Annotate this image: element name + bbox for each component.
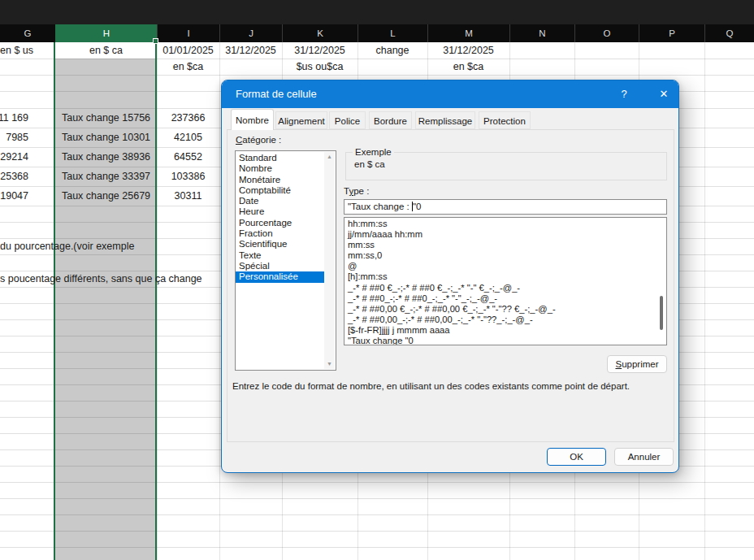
column-header-h-selected[interactable]: H <box>55 24 157 42</box>
cell-l1[interactable]: change <box>358 42 427 59</box>
cell-g-row5[interactable]: 19047 <box>0 186 28 206</box>
tab-nombre[interactable]: Nombre <box>231 109 274 130</box>
help-icon[interactable]: ? <box>613 80 635 108</box>
cell-h-row1[interactable]: Taux change 15756 <box>57 108 155 128</box>
cell-i1[interactable]: 01/01/2025 <box>157 42 219 59</box>
category-item[interactable]: Heure <box>236 206 325 217</box>
spill-text-1: du pourcentage.(voir exemple <box>0 238 134 254</box>
tab-bordure[interactable]: Bordure <box>369 111 412 129</box>
cell-i-row2[interactable]: 42105 <box>157 128 219 147</box>
close-icon[interactable]: ✕ <box>650 80 678 108</box>
cell-g-row4[interactable]: 25368 <box>0 167 28 186</box>
column-header-n[interactable]: N <box>509 24 574 42</box>
ok-button[interactable]: OK <box>547 448 606 466</box>
column-header-l[interactable]: L <box>358 24 427 42</box>
category-list-scrollbar[interactable]: ▲ ▼ <box>324 152 335 369</box>
column-header-g[interactable]: G <box>0 24 55 42</box>
type-input[interactable]: "Taux change : "0 <box>344 199 667 215</box>
fill-handle[interactable] <box>153 38 158 44</box>
cell-m2[interactable]: en $ca <box>427 59 509 75</box>
format-code-list[interactable]: hh:mm:ss jj/mm/aaaa hh:mm mm:ss mm:ss,0 … <box>344 217 667 345</box>
format-code-item[interactable]: @ <box>344 261 666 271</box>
format-code-item[interactable]: mm:ss,0 <box>344 250 666 261</box>
example-value: en $ ca <box>354 159 385 169</box>
cell-g-row3[interactable]: 29214 <box>0 147 28 167</box>
column-header-m[interactable]: M <box>427 24 509 42</box>
excel-window: G H I J K L M N O P Q en $ us en $ ca 01… <box>0 0 754 560</box>
type-label: Type : <box>344 186 369 196</box>
selection-border-left <box>54 42 55 560</box>
scroll-up-icon[interactable]: ▲ <box>324 152 335 162</box>
format-code-item[interactable]: _-* # ##0,00_-;-* # ##0,00_-;_-* "-"??_-… <box>344 315 666 325</box>
column-header-q[interactable]: Q <box>704 24 754 42</box>
category-item[interactable]: Fraction <box>236 228 325 239</box>
format-code-item[interactable]: _-* # ##0,00 €_-;-* # ##0,00 €_-;_-* "-"… <box>344 304 666 315</box>
top-dark-bar <box>0 0 754 24</box>
category-item[interactable]: Scientifique <box>236 239 325 250</box>
category-item[interactable]: Spécial <box>236 261 325 271</box>
scroll-down-icon[interactable]: ▼ <box>324 359 335 369</box>
category-label: Catégorie : <box>236 135 281 145</box>
example-groupbox: Exemple en $ ca <box>345 152 667 180</box>
cell-h-row2[interactable]: Taux change 10301 <box>57 128 155 147</box>
format-code-item[interactable]: hh:mm:ss <box>344 219 666 229</box>
category-item[interactable]: Date <box>236 196 325 206</box>
spill-text-2: s poucentage différents, sans que ça cha… <box>0 271 202 287</box>
help-text: Entrez le code du format de nombre, en u… <box>232 381 671 391</box>
category-item-selected[interactable]: Personnalisée <box>236 271 325 282</box>
cell-i-row5[interactable]: 30311 <box>157 186 219 206</box>
column-header-o[interactable]: O <box>574 24 639 42</box>
tab-protection[interactable]: Protection <box>479 111 531 129</box>
format-code-item[interactable]: [$-fr-FR]jjjj j mmmm aaaa <box>344 325 666 336</box>
tab-police[interactable]: Police <box>329 111 366 129</box>
category-item[interactable]: Nombre <box>236 163 325 174</box>
column-header-j[interactable]: J <box>219 24 282 42</box>
column-header-k[interactable]: K <box>282 24 358 42</box>
format-code-item[interactable]: [h]:mm:ss <box>344 271 666 282</box>
cell-k1[interactable]: 31/12/2025 <box>282 42 358 59</box>
category-item[interactable]: Pourcentage <box>236 218 325 228</box>
column-header-p[interactable]: P <box>639 24 704 42</box>
format-code-item[interactable]: jj/mm/aaaa hh:mm <box>344 229 666 240</box>
category-item[interactable]: Comptabilité <box>236 185 325 196</box>
format-cells-dialog: Format de cellule ? ✕ Nombre Alignement … <box>221 80 679 473</box>
category-item[interactable]: Standard <box>236 153 325 163</box>
category-item[interactable]: Monétaire <box>236 175 325 185</box>
format-code-item[interactable]: _-* # ##0_-;-* # ##0_-;_-* "-"_-;_-@_- <box>344 293 666 304</box>
dialog-titlebar[interactable]: Format de cellule ? ✕ <box>222 80 678 108</box>
tab-remplissage[interactable]: Remplissage <box>415 111 475 129</box>
cell-g-row2[interactable]: 7985 <box>0 128 28 147</box>
cell-m1[interactable]: 31/12/2025 <box>427 42 509 59</box>
format-list-scrollbar-thumb[interactable] <box>660 296 663 330</box>
dialog-title: Format de cellule <box>236 80 317 108</box>
column-header-row: G H I J K L M N O P Q <box>0 24 754 42</box>
tab-alignement[interactable]: Alignement <box>275 111 327 129</box>
format-code-item[interactable]: "Taux change "0 <box>344 336 666 345</box>
category-list[interactable]: Standard Nombre Monétaire Comptabilité D… <box>235 150 336 371</box>
format-code-item[interactable]: mm:ss <box>344 240 666 250</box>
column-header-i[interactable]: I <box>157 24 219 42</box>
cell-j1[interactable]: 31/12/2025 <box>219 42 282 59</box>
cell-h-row4[interactable]: Taux change 33397 <box>57 167 155 186</box>
cell-i-row4[interactable]: 103386 <box>157 167 219 186</box>
cell-i-row3[interactable]: 64552 <box>157 147 219 167</box>
category-item[interactable]: Texte <box>236 250 325 261</box>
cell-g1[interactable]: en $ us <box>0 42 33 59</box>
cell-i2[interactable]: en $ca <box>157 59 219 75</box>
cell-h-row5[interactable]: Taux change 25679 <box>57 186 155 206</box>
cell-h1[interactable]: en $ ca <box>55 42 157 59</box>
cell-h-row3[interactable]: Taux change 38936 <box>57 147 155 167</box>
example-label: Exemple <box>353 147 394 157</box>
cell-k2[interactable]: $us ou$ca <box>282 59 358 75</box>
cell-g-row1[interactable]: 11 169 <box>0 108 28 128</box>
format-code-item[interactable]: _-* # ##0 €_-;-* # ##0 €_-;_-* "-" €_-;_… <box>344 283 666 293</box>
cancel-button[interactable]: Annuler <box>614 448 674 466</box>
delete-button[interactable]: Supprimer <box>607 355 667 373</box>
cell-i-row1[interactable]: 237366 <box>157 108 219 128</box>
